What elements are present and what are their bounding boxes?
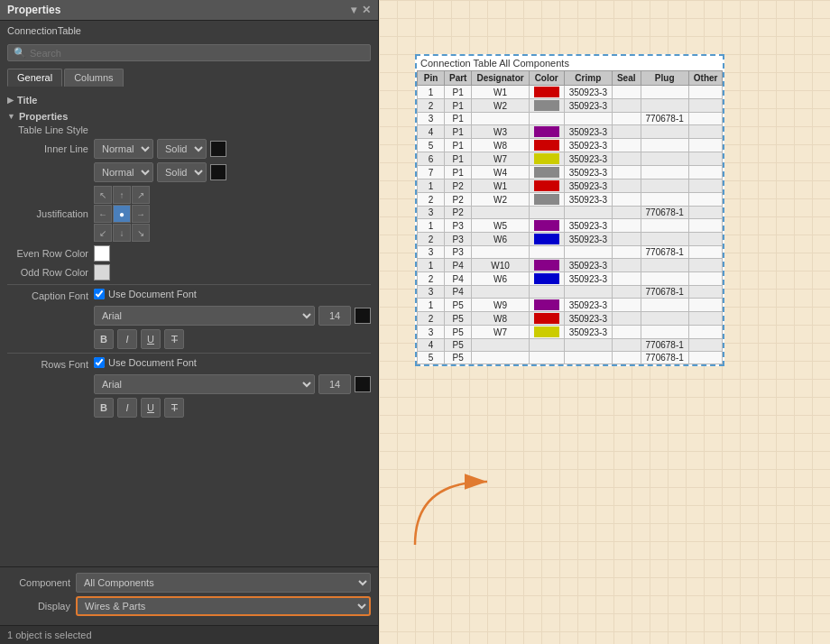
search-bar[interactable]: 🔍 — [7, 44, 371, 61]
cell-plug — [641, 272, 688, 286]
connection-table-label: ConnectionTable — [0, 21, 378, 41]
caption-style-row: B I U T̶ — [7, 329, 371, 349]
caption-font-size-input[interactable] — [318, 306, 351, 326]
section-title-header[interactable]: ▶ Title — [7, 92, 371, 108]
display-select[interactable]: Wires & Parts — [76, 596, 371, 616]
cell-pin: 2 — [418, 99, 445, 113]
justify-topright[interactable]: ↗ — [132, 186, 150, 204]
caption-strikethrough-button[interactable]: T̶ — [164, 329, 184, 349]
caption-underline-button[interactable]: U — [141, 329, 161, 349]
justify-bottomright[interactable]: ↘ — [132, 224, 150, 242]
cell-crimp: 350923-3 — [564, 125, 612, 139]
cell-other — [688, 139, 723, 152]
inner-line-style-select2[interactable]: Normal — [94, 162, 153, 182]
tab-general[interactable]: General — [7, 69, 62, 87]
connection-table: Pin Part Designator Color Crimp Seal Plu… — [417, 70, 723, 364]
rows-italic-button[interactable]: I — [117, 398, 137, 418]
table-row: 4P5770678-1 — [418, 339, 723, 352]
cell-pin: 3 — [418, 326, 445, 339]
cell-part: P2 — [445, 193, 472, 207]
title-arrow-icon: ▶ — [7, 96, 14, 105]
cell-pin: 1 — [418, 86, 445, 99]
justify-middlecenter[interactable]: ● — [113, 205, 131, 223]
cell-crimp: 350923-3 — [564, 259, 612, 272]
col-crimp: Crimp — [564, 71, 612, 86]
inner-line-color-swatch2[interactable] — [210, 164, 226, 180]
cell-color — [529, 219, 564, 233]
cell-pin: 5 — [418, 352, 445, 364]
cell-seal — [612, 207, 641, 219]
rows-font-color-swatch[interactable] — [355, 376, 371, 392]
cell-plug — [641, 179, 688, 193]
close-icon[interactable]: ✕ — [362, 4, 371, 16]
rows-font-name-select[interactable]: Arial — [94, 374, 315, 394]
section-properties-header[interactable]: ▼ Properties — [7, 108, 371, 124]
cell-part: P4 — [445, 286, 472, 299]
display-row: Display Wires & Parts — [7, 596, 371, 616]
cell-pin: 5 — [418, 139, 445, 152]
inner-line-row: Inner Line Normal Solid — [7, 139, 371, 159]
table-row: 1P4W10350923-3 — [418, 259, 723, 272]
justify-middleright[interactable]: → — [132, 205, 150, 223]
caption-italic-button[interactable]: I — [117, 329, 137, 349]
caption-font-color-swatch[interactable] — [355, 308, 371, 324]
cell-designator: W2 — [472, 99, 529, 113]
caption-use-doc-font-checkbox[interactable] — [94, 289, 105, 299]
caption-bold-button[interactable]: B — [94, 329, 114, 349]
cell-color — [529, 193, 564, 207]
cell-pin: 4 — [418, 339, 445, 352]
rows-bold-button[interactable]: B — [94, 398, 114, 418]
col-seal: Seal — [612, 71, 641, 86]
properties-panel: Properties ▾ ✕ ConnectionTable 🔍 General… — [0, 0, 379, 644]
cell-crimp — [564, 352, 612, 364]
inner-line-type-select[interactable]: Solid — [157, 139, 207, 159]
table-row: 1P3W5350923-3 — [418, 219, 723, 233]
justify-bottomcenter[interactable]: ↓ — [113, 224, 131, 242]
caption-font-name-select[interactable]: Arial — [94, 306, 315, 326]
cell-plug — [641, 152, 688, 166]
even-row-color-label: Even Row Color — [7, 248, 88, 259]
cell-other — [688, 259, 723, 272]
cell-other — [688, 326, 723, 339]
justify-topcenter[interactable]: ↑ — [113, 186, 131, 204]
properties-arrow-icon: ▼ — [7, 112, 15, 121]
rows-underline-button[interactable]: U — [141, 398, 161, 418]
inner-line-style-select[interactable]: Normal — [94, 139, 153, 159]
inner-line-color-swatch[interactable] — [210, 141, 226, 157]
cell-crimp: 350923-3 — [564, 219, 612, 233]
justify-bottomleft[interactable]: ↙ — [94, 224, 112, 242]
rows-strikethrough-button[interactable]: T̶ — [164, 398, 184, 418]
panel-header-icons[interactable]: ▾ ✕ — [351, 4, 371, 16]
search-input[interactable] — [30, 48, 364, 59]
cell-plug: 770678-1 — [641, 246, 688, 259]
tab-columns[interactable]: Columns — [64, 69, 123, 87]
table-row: 1P1W1350923-3 — [418, 86, 723, 99]
cell-color — [529, 312, 564, 326]
inner-line-type-select2[interactable]: Solid — [157, 162, 207, 182]
cell-other — [688, 86, 723, 99]
caption-font-row: Caption Font Use Document Font — [7, 289, 371, 302]
component-select[interactable]: All Components — [76, 573, 371, 593]
rows-use-doc-font-label: Use Document Font — [108, 357, 197, 368]
even-row-color-swatch[interactable] — [94, 245, 110, 262]
cell-part: P2 — [445, 179, 472, 193]
divider1 — [7, 284, 371, 285]
odd-row-color-swatch[interactable] — [94, 264, 110, 281]
status-text: 1 object is selected — [7, 630, 92, 640]
cell-part: P1 — [445, 86, 472, 99]
pin-icon[interactable]: ▾ — [351, 4, 356, 16]
cell-pin: 2 — [418, 233, 445, 246]
rows-font-size-input[interactable] — [318, 374, 351, 394]
status-bar: 1 object is selected — [0, 625, 378, 644]
justify-middleleft[interactable]: ← — [94, 205, 112, 223]
cell-plug — [641, 299, 688, 312]
table-row: 1P2W1350923-3 — [418, 179, 723, 193]
justify-topleft[interactable]: ↖ — [94, 186, 112, 204]
rows-use-doc-font-checkbox[interactable] — [94, 357, 105, 368]
cell-designator — [472, 246, 529, 259]
cell-plug — [641, 125, 688, 139]
table-row: 5P1W8350923-3 — [418, 139, 723, 152]
cell-designator: W1 — [472, 179, 529, 193]
cell-part: P5 — [445, 326, 472, 339]
caption-font-label: Caption Font — [7, 290, 88, 301]
